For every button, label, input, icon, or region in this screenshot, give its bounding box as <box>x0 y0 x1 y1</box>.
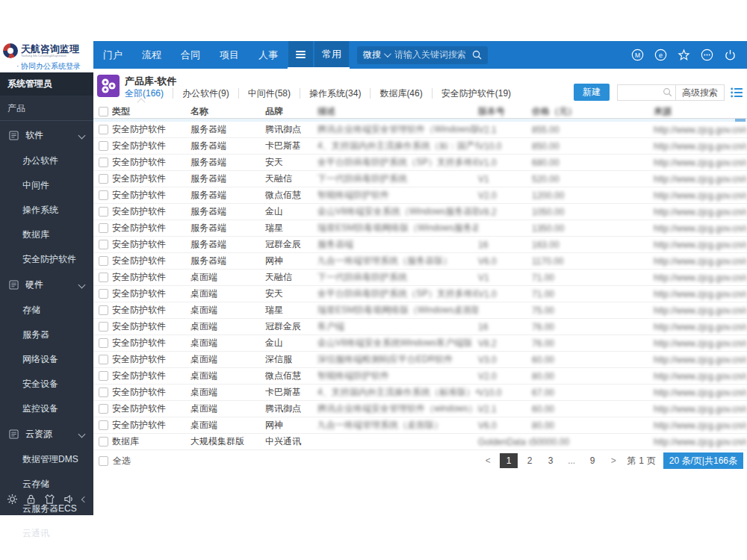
table-row[interactable]: 安全防护软件桌面端天融信下一代防病毒防护系统V171.00http://www.… <box>93 270 747 286</box>
row-checkbox[interactable] <box>99 289 108 299</box>
tab-中间件(58)[interactable]: 中间件(58) <box>239 88 300 99</box>
table-row[interactable]: 安全防护软件服务器端网神九合一终端管理系统（服务器版）V6.01170.00ht… <box>93 253 747 270</box>
table-row[interactable]: 安全防护软件服务器端冠群金辰服务器端16163.00http://www.zjc… <box>93 237 747 253</box>
row-checkbox[interactable] <box>99 207 108 217</box>
row-checkbox[interactable] <box>99 125 108 134</box>
page-prev-button[interactable]: < <box>479 453 497 468</box>
column-header-3[interactable]: 品牌 <box>265 105 317 118</box>
star-icon[interactable] <box>678 49 690 61</box>
new-button[interactable]: 新建 <box>574 84 610 101</box>
nav-item-流程[interactable]: 流程 <box>132 41 171 69</box>
sidebar-item-办公软件[interactable]: 办公软件 <box>0 149 93 173</box>
tab-安全防护软件(19)[interactable]: 安全防护软件(19) <box>433 88 520 99</box>
page-next-button[interactable]: > <box>604 453 622 468</box>
sidebar-item-中间件[interactable]: 中间件 <box>0 173 93 198</box>
theme-shirt-icon[interactable] <box>44 494 55 505</box>
lock-icon[interactable] <box>25 494 37 505</box>
table-row[interactable]: 安全防护软件服务器端微点佰慧智能终端防护软件V2.01200.00http://… <box>93 187 747 204</box>
table-row[interactable]: 安全防护软件桌面端安天全平台防病毒防护系统（SP）支持多终端V1.071.00h… <box>93 286 747 302</box>
sidebar-group-硬件[interactable]: 硬件 <box>0 272 93 298</box>
table-search-input[interactable] <box>618 85 663 100</box>
nav-item-项目[interactable]: 项目 <box>210 41 249 69</box>
table-row[interactable]: 安全防护软件桌面端冠群金辰客户端1676.00http://www.zjcg.g… <box>93 319 747 335</box>
row-checkbox[interactable] <box>99 223 108 233</box>
more-circle-icon[interactable] <box>701 49 713 61</box>
list-view-icon[interactable] <box>731 87 743 98</box>
table-row[interactable]: 安全防护软件桌面端瑞星瑞星ESM防毒墙网络版（Windows桌面版）75.00h… <box>93 302 747 319</box>
speaker-icon[interactable] <box>63 494 75 505</box>
sidebar-group-软件[interactable]: 软件 <box>0 122 93 149</box>
tab-办公软件(9)[interactable]: 办公软件(9) <box>173 88 239 99</box>
sidebar-item-网络设备[interactable]: 网络设备 <box>0 347 93 372</box>
nav-menu-toggle[interactable] <box>288 41 313 67</box>
gear-icon[interactable] <box>7 494 18 505</box>
row-checkbox[interactable] <box>99 158 108 167</box>
global-search[interactable]: 微搜 请输入关键词搜索 <box>357 46 488 64</box>
row-checkbox[interactable] <box>99 322 108 332</box>
nav-item-人事[interactable]: 人事 <box>249 41 288 69</box>
row-checkbox[interactable] <box>99 273 108 282</box>
scrollbar-thumb[interactable] <box>735 119 746 122</box>
sidebar-item-操作系统[interactable]: 操作系统 <box>0 198 93 223</box>
column-header-2[interactable]: 名称 <box>190 105 265 118</box>
row-checkbox[interactable] <box>99 355 108 364</box>
row-checkbox[interactable] <box>99 420 108 430</box>
oa-login-link[interactable]: · 协同办公系统登录 <box>16 61 90 72</box>
sidebar-section-product[interactable]: 产品 <box>0 96 93 120</box>
table-row[interactable]: 安全防护软件服务器端金山金山V8终端安全系统（Windows服务器版）V8.21… <box>93 204 747 220</box>
table-row[interactable]: 安全防护软件桌面端深信服深信服终端检测响应平台EDR软件V3.060.00htt… <box>93 352 747 368</box>
table-row[interactable]: 安全防护软件桌面端卡巴斯基4、支持国内外主流操作系统（标准版）+02V10.06… <box>93 385 747 401</box>
row-checkbox[interactable] <box>99 240 108 249</box>
sidebar-item-安全防护软件[interactable]: 安全防护软件 <box>0 247 93 272</box>
table-row[interactable]: 安全防护软件服务器端腾讯御点腾讯企业终端安全管理软件（Windows版）V2.1… <box>93 122 747 138</box>
row-checkbox[interactable] <box>99 174 108 184</box>
row-checkbox[interactable] <box>99 437 108 447</box>
table-row[interactable]: 安全防护软件桌面端网神九合一终端管理系统（桌面版）V6.080.00http:/… <box>93 417 747 434</box>
page-button-1[interactable]: 1 <box>500 453 518 468</box>
sidebar-item-安全设备[interactable]: 安全设备 <box>0 372 93 396</box>
table-row[interactable]: 安全防护软件桌面端微点佰慧智能终端防护软件V2.080.00http://www… <box>93 368 747 385</box>
search-icon[interactable] <box>663 87 672 97</box>
sidebar-item-数据管理DMS[interactable]: 数据管理DMS <box>0 447 93 472</box>
horizontal-scrollbar[interactable] <box>93 119 747 122</box>
search-placeholder[interactable]: 请输入关键词搜索 <box>394 49 466 61</box>
column-header-4[interactable]: 描述 <box>317 105 478 118</box>
nav-item-门户[interactable]: 门户 <box>93 41 132 69</box>
select-column-checkbox[interactable] <box>99 107 108 116</box>
row-checkbox[interactable] <box>99 190 108 200</box>
column-header-1[interactable]: 类型 <box>112 105 190 118</box>
collapse-sidebar-icon[interactable] <box>81 496 87 502</box>
tab-数据库(46)[interactable]: 数据库(46) <box>371 88 432 99</box>
row-checkbox[interactable] <box>99 371 108 381</box>
e-circle-icon[interactable]: e <box>654 49 667 61</box>
row-checkbox[interactable] <box>99 256 108 266</box>
table-row[interactable]: 安全防护软件服务器端安天全平台防病毒防护系统（SP）支持多终端V1.0680.0… <box>93 155 747 171</box>
advanced-search-button[interactable]: 高级搜索 <box>675 85 724 100</box>
page-button-9[interactable]: 9 <box>583 453 601 468</box>
row-checkbox[interactable] <box>99 338 108 348</box>
table-row[interactable]: 数据库大规模集群版中兴通讯GoldenData s...50000.00http… <box>93 434 747 450</box>
page-size-summary[interactable]: 20 条/页|共166条 <box>663 452 743 469</box>
tab-全部(166)[interactable]: 全部(166) <box>125 88 173 99</box>
sidebar-item-云通讯[interactable]: 云通讯 <box>0 521 93 546</box>
page-jump-value[interactable]: 1 <box>639 455 644 466</box>
nav-item-合同[interactable]: 合同 <box>171 41 210 69</box>
tab-操作系统(34)[interactable]: 操作系统(34) <box>300 88 371 99</box>
sidebar-item-存储[interactable]: 存储 <box>0 298 93 323</box>
row-checkbox[interactable] <box>99 404 108 414</box>
search-scope-label[interactable]: 微搜 <box>363 49 381 61</box>
row-checkbox[interactable] <box>99 141 108 151</box>
power-icon[interactable] <box>724 49 737 61</box>
sidebar-item-数据库[interactable]: 数据库 <box>0 223 93 247</box>
sidebar-item-监控设备[interactable]: 监控设备 <box>0 396 93 421</box>
row-checkbox[interactable] <box>99 305 108 315</box>
sidebar-item-服务器[interactable]: 服务器 <box>0 323 93 347</box>
search-icon[interactable] <box>472 50 482 60</box>
column-header-6[interactable]: 价格（元） <box>532 105 654 118</box>
table-row[interactable]: 安全防护软件服务器端瑞星瑞星ESM防毒墙网络版（Windows服务器）1350.… <box>93 220 747 237</box>
nav-item-pinned[interactable]: 常用 <box>314 41 349 67</box>
row-checkbox[interactable] <box>99 388 108 397</box>
table-row[interactable]: 安全防护软件桌面端金山金山V8终端安全系统Windows客户端版V8.276.0… <box>93 335 747 352</box>
sidebar-group-云资源[interactable]: 云资源 <box>0 421 93 447</box>
m-circle-icon[interactable]: M <box>631 49 644 61</box>
